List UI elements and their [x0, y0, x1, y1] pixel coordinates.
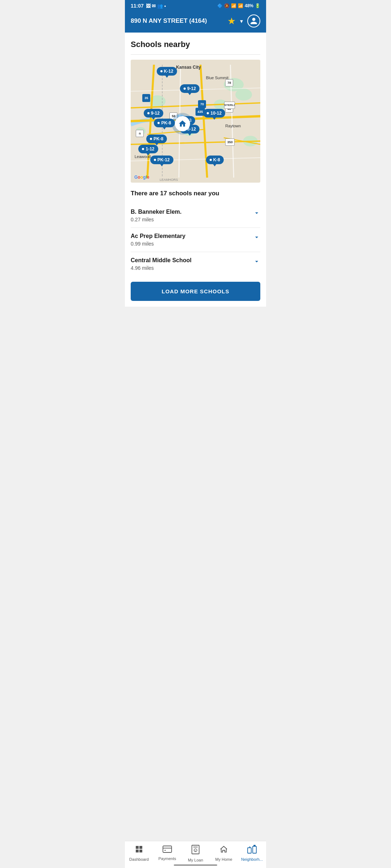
nav-payments-label: Payments — [159, 856, 176, 861]
road-shield-70: 70 — [198, 100, 206, 108]
school-distance-2: 0.99 miles — [131, 241, 185, 247]
school-distance-1: 0.27 miles — [131, 217, 182, 222]
school-item-3[interactable]: Central Middle School 4.96 miles — [131, 252, 260, 276]
nav-neighborhood[interactable]: Neighborh... — [238, 845, 266, 862]
svg-rect-23 — [192, 845, 199, 854]
schools-count-text: There are 17 schools near you — [131, 190, 260, 197]
gesture-bar — [174, 864, 217, 866]
school-expand-icon-3[interactable] — [253, 258, 260, 267]
school-name-3: Central Middle School — [131, 257, 192, 264]
payments-icon — [163, 845, 172, 855]
nav-dashboard[interactable]: Dashboard — [125, 845, 153, 862]
map-pin-pk8-lower[interactable]: PK-8 — [146, 135, 167, 143]
my-loan-icon: $ — [192, 845, 199, 856]
main-content: Schools nearby — [125, 33, 266, 307]
status-time: 11:07 — [131, 3, 144, 9]
svg-rect-27 — [248, 848, 251, 853]
load-more-button[interactable]: LOAD MORE SCHOOLS — [131, 282, 260, 301]
school-name-1: B. Banneker Elem. — [131, 209, 182, 215]
dropdown-chevron-icon[interactable]: ▾ — [240, 18, 243, 25]
status-right-icons: 🔷 🔕 📶 📶 48% 🔋 — [217, 3, 260, 8]
svg-point-30 — [254, 845, 255, 846]
road-shield-irie: n — [136, 130, 144, 137]
bluetooth-icon: 🔷 — [217, 3, 223, 8]
mute-icon: 🔕 — [224, 3, 230, 8]
road-shield-78: 78 — [225, 79, 233, 86]
svg-rect-28 — [253, 846, 256, 853]
section-title: Schools nearby — [131, 40, 260, 49]
google-logo: Google — [134, 175, 149, 180]
nav-neighborhood-label: Neighborh... — [241, 857, 263, 861]
nav-payments[interactable]: Payments — [153, 845, 181, 862]
school-item-2[interactable]: Ac Prep Elementary 0.99 miles — [131, 228, 260, 252]
profile-button[interactable] — [247, 14, 260, 27]
schools-list: B. Banneker Elem. 0.27 miles Ac Prep Ele… — [131, 204, 260, 276]
status-icons: 🖼 ✉ 👥 • — [146, 3, 166, 9]
school-name-2: Ac Prep Elementary — [131, 233, 185, 239]
bottom-navigation: Dashboard Payments $ My Loan — [125, 841, 266, 868]
neighborhood-icon — [247, 845, 257, 856]
city-label-raytown: Raytown — [225, 124, 241, 128]
road-label-sterli: STERLI — [224, 102, 235, 109]
road-shield-350: 350 — [225, 139, 235, 146]
home-marker — [172, 113, 193, 135]
map-pin-10-12[interactable]: 10-12 — [203, 109, 225, 118]
svg-point-2 — [235, 89, 252, 101]
my-home-icon — [219, 845, 228, 856]
favorite-star-icon[interactable]: ★ — [227, 16, 236, 27]
map-pin-k8[interactable]: K-8 — [206, 156, 224, 164]
school-expand-icon-1[interactable] — [253, 209, 260, 218]
school-item-1[interactable]: B. Banneker Elem. 0.27 miles — [131, 204, 260, 228]
map-pin-k12[interactable]: K-12 — [157, 67, 177, 76]
map-pin-9-12-left[interactable]: 9-12 — [144, 109, 163, 118]
map-pin-pk12[interactable]: PK-12 — [150, 156, 173, 164]
school-expand-icon-2[interactable] — [253, 234, 260, 243]
battery-icon: 🔋 — [255, 3, 260, 8]
nav-my-home-label: My Home — [215, 857, 232, 861]
road-shield-35: 35 — [142, 94, 150, 102]
dashboard-icon — [135, 845, 143, 856]
nav-my-loan-label: My Loan — [188, 858, 203, 862]
status-bar: 11:07 🖼 ✉ 👥 • 🔷 🔕 📶 📶 48% 🔋 — [125, 0, 266, 11]
school-distance-3: 4.96 miles — [131, 265, 192, 271]
schools-map[interactable]: Kansas City Blue Summit Raytown Leawood … — [131, 60, 260, 183]
nav-dashboard-label: Dashboard — [129, 857, 149, 861]
divider — [131, 54, 260, 55]
header-title: 890 N ANY STREET (4164) — [131, 17, 227, 25]
map-pin-9-12-top[interactable]: 9-12 — [180, 84, 199, 93]
svg-rect-20 — [163, 846, 172, 852]
map-footer-label: LEAMHORS — [160, 178, 178, 182]
signal-icon: 📶 — [238, 3, 243, 8]
battery-text: 48% — [245, 3, 253, 8]
nav-my-home[interactable]: My Home — [210, 845, 238, 862]
wifi-icon: 📶 — [231, 3, 236, 8]
header: 890 N ANY STREET (4164) ★ ▾ — [125, 11, 266, 33]
city-label-kansas-city: Kansas City — [176, 65, 201, 70]
nav-my-loan[interactable]: $ My Loan — [181, 845, 210, 862]
map-pin-1-12[interactable]: 1-12 — [138, 145, 158, 153]
